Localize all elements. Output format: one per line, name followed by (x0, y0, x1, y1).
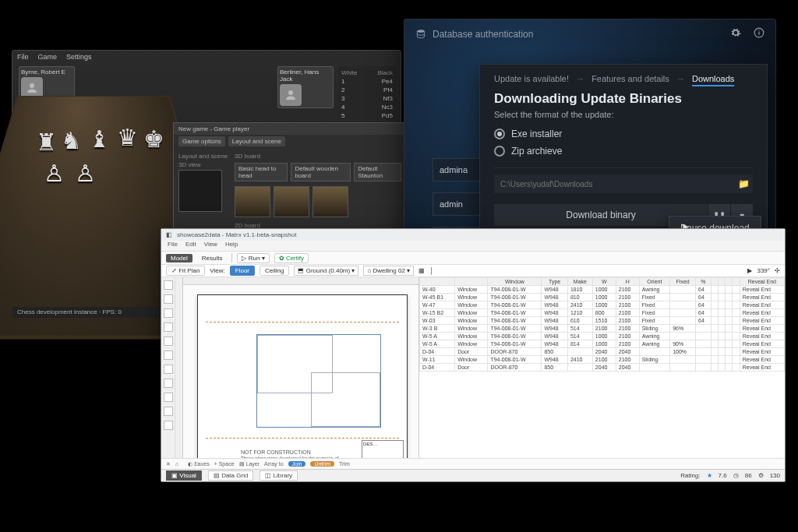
grid-cell[interactable]: W948 (542, 317, 567, 325)
grid-cell[interactable]: Reveal End (740, 286, 784, 294)
grid-cell[interactable]: W-47 (420, 301, 455, 309)
grid-cell[interactable]: 64 (696, 301, 711, 309)
grid-cell[interactable]: T94-008-01-W (488, 333, 542, 340)
grid-cell[interactable]: T94-008-01-W (488, 356, 542, 364)
dwelling-dropdown[interactable]: ⌂ Dwelling 02 ▾ (363, 266, 414, 276)
grid-cell[interactable]: Reveal End (740, 301, 784, 309)
grid-cell[interactable]: Awning (639, 340, 670, 348)
grid-cell[interactable] (726, 301, 733, 309)
grid-header[interactable]: Make (567, 278, 592, 286)
tool-layer[interactable] (164, 421, 173, 430)
radio-exe[interactable]: Exe installer (494, 125, 753, 143)
grid-header[interactable] (718, 278, 725, 286)
grid-cell[interactable]: 850 (542, 348, 567, 356)
grid-cell[interactable] (696, 364, 711, 372)
grid-cell[interactable] (670, 364, 696, 372)
grid-cell[interactable]: 2100 (616, 340, 639, 348)
grid-cell[interactable]: Door (455, 364, 488, 372)
grid-cell[interactable] (718, 309, 725, 317)
tool-text[interactable] (164, 379, 173, 388)
grid-cell[interactable] (733, 294, 740, 301)
grid-header[interactable] (711, 278, 718, 286)
grid-cell[interactable] (726, 348, 733, 356)
grid-cell[interactable] (726, 309, 733, 317)
grid-cell[interactable] (711, 301, 718, 309)
grid-cell[interactable]: W948 (542, 286, 567, 294)
grid-cell[interactable]: Fixed (639, 317, 670, 325)
tab-model[interactable]: Model (166, 254, 192, 262)
grid-cell[interactable] (696, 333, 711, 340)
grid-cell[interactable] (726, 356, 733, 364)
grid-cell[interactable] (567, 364, 592, 372)
grid-cell[interactable] (726, 286, 733, 294)
grid-cell[interactable] (711, 348, 718, 356)
grid-header[interactable]: Type (542, 278, 567, 286)
table-row[interactable]: W-11WindowT94-008-01-WW948241021002100Sl… (420, 356, 785, 364)
grid-cell[interactable]: 96% (670, 325, 696, 333)
grid-cell[interactable]: Reveal End (740, 356, 784, 364)
grid-cell[interactable] (670, 301, 696, 309)
grid-cell[interactable]: 2100 (616, 286, 639, 294)
table-row[interactable]: W-47WindowT94-008-01-WW948241010002100Fi… (420, 301, 785, 309)
folder-icon[interactable]: 📁 (734, 178, 753, 189)
grid-cell[interactable]: 2040 (592, 364, 616, 372)
grid-cell[interactable] (718, 325, 725, 333)
grid-cell[interactable]: Window (455, 340, 488, 348)
grid-header[interactable] (455, 278, 488, 286)
info-icon[interactable] (754, 27, 764, 41)
grid-table[interactable]: WindowTypeMakeWHOrientFixed%Reveal End W… (419, 277, 785, 372)
view-ceiling[interactable]: Ceiling (260, 266, 289, 276)
table-row[interactable]: W-40WindowT94-008-01-WW948181010002100Aw… (420, 286, 785, 294)
grid-cell[interactable]: Fixed (639, 301, 670, 309)
table-row[interactable]: D-04DoorDOOR-87085020402040100%Reveal En… (420, 348, 785, 356)
grid-header[interactable]: Orient (639, 278, 670, 286)
grid-cell[interactable]: 1000 (592, 301, 616, 309)
grid-cell[interactable]: Sliding (639, 356, 670, 364)
grid-cell[interactable] (670, 309, 696, 317)
grid-cell[interactable]: Reveal End (740, 364, 784, 372)
grid-cell[interactable] (718, 340, 725, 348)
menu-game[interactable]: Game (38, 53, 58, 61)
grid-cell[interactable]: 2040 (616, 364, 639, 372)
ctx-arrayto[interactable]: Array to (264, 461, 284, 467)
grid-cell[interactable] (726, 294, 733, 301)
tool-measure[interactable] (164, 393, 173, 402)
preset-dropdown[interactable]: Default Staunton (354, 163, 401, 181)
grid-cell[interactable]: 1000 (592, 333, 616, 340)
grid-cell[interactable]: Window (455, 309, 488, 317)
menu-edit[interactable]: Edit (185, 241, 196, 251)
grid-cell[interactable] (733, 348, 740, 356)
grid-cell[interactable]: T94-008-01-W (488, 286, 542, 294)
grid-cell[interactable] (733, 356, 740, 364)
table-row[interactable]: W-45 B1WindowT94-008-01-WW94881010002100… (420, 294, 785, 301)
grid-cell[interactable]: Reveal End (740, 340, 784, 348)
grid-cell[interactable]: T94-008-01-W (488, 325, 542, 333)
grid-header[interactable]: % (696, 278, 711, 286)
grid-cell[interactable] (567, 348, 592, 356)
grid-cell[interactable]: Reveal End (740, 325, 784, 333)
grid-cell[interactable]: T94-008-01-W (488, 317, 542, 325)
grid-header[interactable]: Fixed (670, 278, 696, 286)
grid-cell[interactable] (733, 309, 740, 317)
grid-cell[interactable]: T94-008-01-W (488, 301, 542, 309)
cad-canvas[interactable]: NOT FOR CONSTRUCTION These plans were de… (175, 277, 418, 458)
grid-cell[interactable] (670, 294, 696, 301)
grid-header[interactable] (726, 278, 733, 286)
grid-cell[interactable] (639, 364, 670, 372)
grid-cell[interactable]: 1000 (592, 340, 616, 348)
grid-cell[interactable] (718, 356, 725, 364)
level-dropdown[interactable]: ⬒ Ground (0.40m) ▾ (294, 266, 358, 276)
tool-line[interactable] (164, 294, 173, 304)
grid-cell[interactable]: 2100 (616, 356, 639, 364)
ctx-back-icon[interactable]: ✕ (166, 461, 171, 467)
grid-cell[interactable] (670, 333, 696, 340)
grid-cell[interactable] (711, 364, 718, 372)
table-row[interactable]: W-5 AWindowT94-008-01-WW94851410002100Aw… (420, 333, 785, 340)
grid-cell[interactable] (733, 317, 740, 325)
ctx-layer[interactable]: ▤ Layer (239, 461, 260, 467)
grid-cell[interactable] (733, 333, 740, 340)
ctx-join[interactable]: Join (288, 461, 306, 467)
grid-cell[interactable] (718, 333, 725, 340)
grid-cell[interactable]: Window (455, 294, 488, 301)
tool-window[interactable] (164, 351, 173, 360)
